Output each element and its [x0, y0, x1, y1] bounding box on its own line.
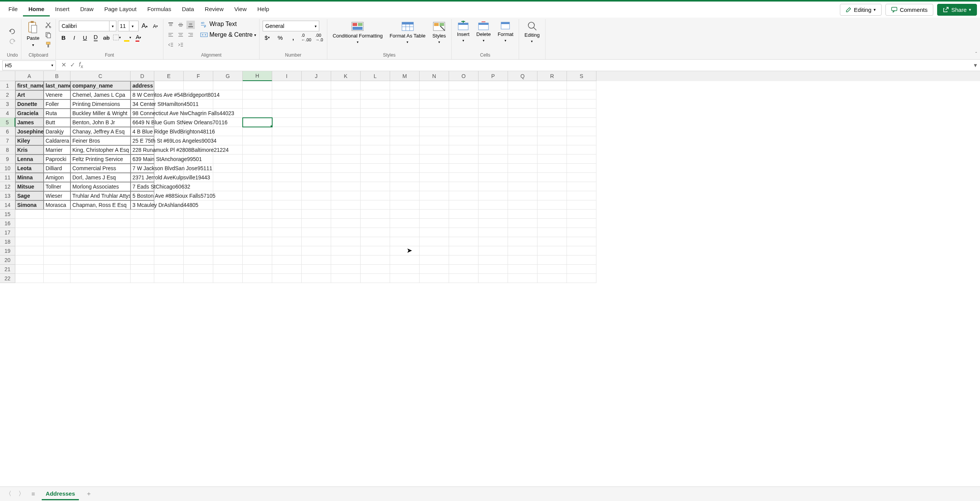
cell-B22[interactable]	[44, 274, 70, 283]
cell-A3[interactable]: Donette	[15, 99, 44, 109]
cell-R14[interactable]	[537, 200, 567, 210]
cell-H11[interactable]	[243, 173, 272, 182]
cell-M5[interactable]	[390, 118, 420, 127]
cell-G20[interactable]	[213, 255, 243, 265]
cell-M10[interactable]	[390, 164, 420, 173]
cell-B5[interactable]: Butt	[44, 118, 70, 127]
cell-F17[interactable]	[184, 228, 213, 237]
cell-I21[interactable]	[272, 265, 302, 274]
cell-N6[interactable]	[420, 127, 449, 136]
cell-J1[interactable]	[302, 81, 331, 90]
accept-formula-button[interactable]: ✓	[70, 61, 75, 69]
cell-M20[interactable]	[390, 255, 420, 265]
cell-K9[interactable]	[331, 155, 361, 164]
cell-R20[interactable]	[537, 255, 567, 265]
cell-Q6[interactable]	[508, 127, 537, 136]
cell-A6[interactable]: Josephine	[15, 127, 44, 136]
cell-L6[interactable]	[361, 127, 390, 136]
row-header-11[interactable]: 11	[0, 173, 15, 182]
cell-D6[interactable]: 4 B Blue Ridge BlvdBrighton48116	[131, 127, 154, 136]
cell-N8[interactable]	[420, 145, 449, 155]
cell-J6[interactable]	[302, 127, 331, 136]
cell-I7[interactable]	[272, 136, 302, 145]
cell-O4[interactable]	[449, 109, 479, 118]
cell-R4[interactable]	[537, 109, 567, 118]
cell-D16[interactable]	[131, 219, 154, 228]
cell-H2[interactable]	[243, 90, 272, 99]
cell-J17[interactable]	[302, 228, 331, 237]
cell-K1[interactable]	[331, 81, 361, 90]
cell-K12[interactable]	[331, 182, 361, 191]
cell-O9[interactable]	[449, 155, 479, 164]
cell-S11[interactable]	[567, 173, 596, 182]
cell-Q2[interactable]	[508, 90, 537, 99]
col-header-M[interactable]: M	[390, 71, 420, 81]
col-header-C[interactable]: C	[70, 71, 131, 81]
cell-N3[interactable]	[420, 99, 449, 109]
cell-B10[interactable]: Dilliard	[44, 164, 70, 173]
cell-C13[interactable]: Truhlar And Truhlar Attys	[70, 191, 131, 200]
cell-M18[interactable]	[390, 237, 420, 246]
col-header-S[interactable]: S	[567, 71, 596, 81]
cell-L10[interactable]	[361, 164, 390, 173]
cell-A19[interactable]	[15, 246, 44, 255]
cell-C11[interactable]: Dorl, James J Esq	[70, 173, 131, 182]
cell-F1[interactable]	[184, 81, 213, 90]
cell-S5[interactable]	[567, 118, 596, 127]
cell-O14[interactable]	[449, 200, 479, 210]
cell-L7[interactable]	[361, 136, 390, 145]
cell-G21[interactable]	[213, 265, 243, 274]
cell-O21[interactable]	[449, 265, 479, 274]
cell-M14[interactable]	[390, 200, 420, 210]
cell-C14[interactable]: Chapman, Ross E Esq	[70, 200, 131, 210]
cell-B1[interactable]: last_name	[44, 81, 70, 90]
sheet-nav-next[interactable]: 〉	[18, 490, 24, 498]
expand-formula-bar-button[interactable]: ▾	[971, 62, 980, 69]
cell-Q21[interactable]	[508, 265, 537, 274]
cell-Q17[interactable]	[508, 228, 537, 237]
cell-K18[interactable]	[331, 237, 361, 246]
row-header-6[interactable]: 6	[0, 127, 15, 136]
cell-F18[interactable]	[184, 237, 213, 246]
cell-I13[interactable]	[272, 191, 302, 200]
cell-K3[interactable]	[331, 99, 361, 109]
cell-A17[interactable]	[15, 228, 44, 237]
cell-N20[interactable]	[420, 255, 449, 265]
cell-B7[interactable]: Caldarera	[44, 136, 70, 145]
cell-M16[interactable]	[390, 219, 420, 228]
cell-D21[interactable]	[131, 265, 154, 274]
cell-K14[interactable]	[331, 200, 361, 210]
cell-A21[interactable]	[15, 265, 44, 274]
cell-I11[interactable]	[272, 173, 302, 182]
cell-L15[interactable]	[361, 210, 390, 219]
row-header-17[interactable]: 17	[0, 228, 15, 237]
cell-B19[interactable]	[44, 246, 70, 255]
cell-E18[interactable]	[154, 237, 184, 246]
menu-view[interactable]: View	[229, 3, 252, 16]
cell-D9[interactable]: 639 Main StAnchorage99501	[131, 155, 154, 164]
cell-Q12[interactable]	[508, 182, 537, 191]
cell-G13[interactable]	[213, 191, 243, 200]
format-as-table-button[interactable]: Format As Table▾	[387, 21, 428, 45]
cell-C12[interactable]: Morlong Associates	[70, 182, 131, 191]
cell-C3[interactable]: Printing Dimensions	[70, 99, 131, 109]
row-header-10[interactable]: 10	[0, 164, 15, 173]
col-header-K[interactable]: K	[331, 71, 361, 81]
col-header-F[interactable]: F	[184, 71, 213, 81]
row-header-21[interactable]: 21	[0, 265, 15, 274]
cell-E21[interactable]	[154, 265, 184, 274]
sheet-tab-addresses[interactable]: Addresses	[42, 488, 79, 500]
cell-F15[interactable]	[184, 210, 213, 219]
cell-J7[interactable]	[302, 136, 331, 145]
cell-I17[interactable]	[272, 228, 302, 237]
select-all-corner[interactable]	[0, 71, 15, 81]
cell-D2[interactable]: 8 W Cerritos Ave #54Bridgeport8014	[131, 90, 154, 99]
cell-K17[interactable]	[331, 228, 361, 237]
cell-M22[interactable]	[390, 274, 420, 283]
cell-M12[interactable]	[390, 182, 420, 191]
cell-C19[interactable]	[70, 246, 131, 255]
cell-J10[interactable]	[302, 164, 331, 173]
col-header-Q[interactable]: Q	[508, 71, 537, 81]
cell-C10[interactable]: Commercial Press	[70, 164, 131, 173]
cell-C18[interactable]	[70, 237, 131, 246]
